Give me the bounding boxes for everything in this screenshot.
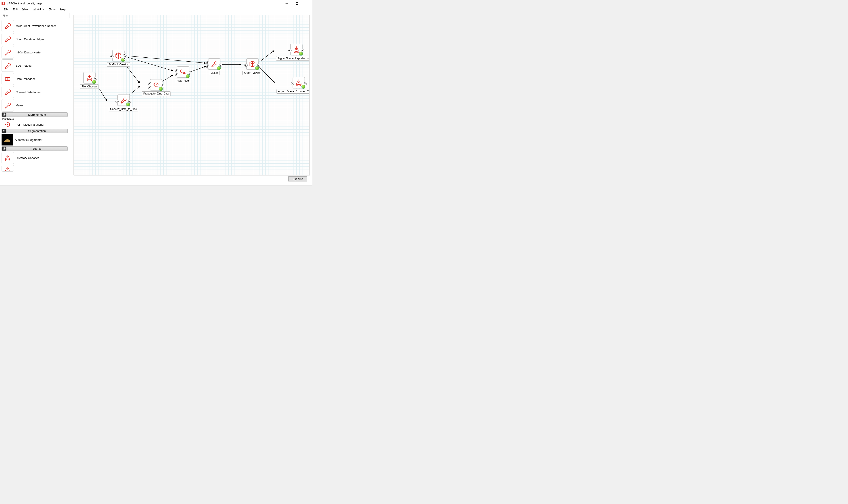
node-propagate-zinc-data[interactable]: Propagate_Zinc_Data [142,79,171,96]
status-ok-icon [186,74,190,78]
embed-icon [2,73,14,85]
segmenter-icon [2,134,13,145]
section-morphometric[interactable]: Morphometric [2,112,68,117]
node-file-chooser[interactable]: File_Chooser [80,72,99,89]
node-label: Argon_Viewer [243,71,262,75]
window-title: MAPClient - cell_density_map [6,2,282,5]
port-in[interactable] [288,49,292,52]
node-label: File_Chooser [80,84,99,89]
tool-directory-chooser[interactable]: Directory Chooser [2,151,68,164]
chevron-down-icon [2,129,6,133]
close-button[interactable] [302,0,312,7]
status-ok-icon [301,85,305,89]
port-out[interactable] [257,64,260,67]
port-out[interactable] [128,100,131,103]
menu-help[interactable]: Help [58,7,68,12]
chevron-down-icon [2,113,6,116]
menu-view[interactable]: View [20,7,31,12]
menu-tools[interactable]: Tools [47,7,58,12]
tool-provenance-record[interactable]: MAP Client Provenance Record [2,19,68,33]
node-label: Propagate_Zinc_Data [142,91,171,96]
port-in[interactable] [116,100,119,103]
status-ok-icon [92,80,96,84]
port-in[interactable] [175,73,178,76]
app-icon [2,2,5,5]
wrench-icon [2,99,14,111]
tool-point-cloud-partitioner[interactable]: Point Cloud Partitioner [2,121,68,128]
tool-muxer[interactable]: Muxer [2,99,68,112]
port-out[interactable] [304,82,307,85]
wrench-icon [2,59,14,72]
status-ok-icon [299,52,303,56]
port-out[interactable] [161,84,164,87]
tool-palette-sidebar: MAP Client Provenance Record Sparc Curat… [0,12,71,185]
port-in[interactable] [175,69,178,72]
tool-palette[interactable]: MAP Client Provenance Record Sparc Curat… [0,19,71,185]
db-up-icon [2,165,14,172]
wrench-icon [2,33,14,45]
tool-extra[interactable] [2,164,68,172]
tool-sdsprotocol[interactable]: SDSProtocol [2,59,68,72]
footer: Execute [73,175,310,183]
pointcloud-label: Pointcloud [2,117,68,121]
menu-workflow[interactable]: Workflow [31,7,47,12]
menu-file[interactable]: File [2,7,11,12]
svg-rect-10 [296,2,298,4]
tool-convert-data-to-zinc[interactable]: Convert Data to Zinc [2,86,68,99]
wrench-icon [2,20,14,32]
wrench-icon [2,86,14,98]
workflow-canvas-wrap: Scaffold_Creator File_Chooser [71,12,312,185]
port-out[interactable] [123,57,126,60]
titlebar: MAPClient - cell_density_map [0,0,312,7]
node-argon-scene-exporter-webgl[interactable]: Argon_Scene_Exporter_webGL [276,44,310,60]
status-ok-icon [126,103,130,106]
section-source[interactable]: Source [2,146,68,151]
node-field-fitter[interactable]: Field_Fitter [175,66,191,83]
port-in[interactable] [291,82,294,85]
minimize-button[interactable] [282,0,292,7]
port-out[interactable] [188,72,191,75]
status-ok-icon [159,87,163,91]
main-area: MAP Client Provenance Record Sparc Curat… [0,12,312,185]
node-argon-viewer[interactable]: Argon_Viewer [243,58,262,75]
port-out[interactable] [94,77,98,80]
filter-input[interactable] [1,13,70,18]
node-label: Convert_Data_to_Zinc [109,107,138,111]
tool-mbfxml2exconverter[interactable]: mbfxml2exconverter [2,46,68,59]
node-muxer[interactable]: Muxer [208,58,220,75]
port-in[interactable] [206,65,209,69]
menu-edit[interactable]: Edit [11,7,20,12]
port-out[interactable] [123,53,126,56]
port-in[interactable] [206,61,209,65]
target-icon [2,121,14,128]
tool-sparc-curation-helper[interactable]: Sparc Curation Helper [2,33,68,46]
application-window: MAPClient - cell_density_map File Edit V… [0,0,312,185]
node-label: Muxer [209,71,219,75]
port-out[interactable] [219,64,222,67]
db-up-icon [2,152,14,164]
port-in[interactable] [110,55,113,58]
port-in[interactable] [148,82,151,85]
node-label: Argon_Scene_Exporter_Thumbnail [277,89,310,94]
wrench-icon [2,46,14,58]
workflow-canvas[interactable]: Scaffold_Creator File_Chooser [73,15,310,175]
tool-automatic-segmenter[interactable]: Automatic Segmenter [2,133,68,146]
chevron-down-icon [2,147,6,150]
node-label: Field_Fitter [175,78,191,83]
port-in[interactable] [148,86,151,89]
node-label: Scaffold_Creator [107,62,130,67]
node-convert-data-to-zinc[interactable]: Convert_Data_to_Zinc [109,94,138,111]
status-ok-icon [255,66,259,70]
window-controls [282,0,312,7]
svg-line-16 [121,55,206,63]
node-scaffold-creator[interactable]: Scaffold_Creator [107,50,130,67]
tool-dataembedder[interactable]: DataEmbedder [2,72,68,86]
node-label: Argon_Scene_Exporter_webGL [276,56,310,60]
port-in[interactable] [245,64,248,67]
port-out[interactable] [301,49,304,52]
node-argon-scene-exporter-thumbnail[interactable]: Argon_Scene_Exporter_Thumbnail [277,77,310,94]
execute-button[interactable]: Execute [288,176,307,181]
section-segmentation[interactable]: Segmentation [2,129,68,133]
menubar: File Edit View Workflow Tools Help [0,7,312,12]
maximize-button[interactable] [292,0,302,7]
